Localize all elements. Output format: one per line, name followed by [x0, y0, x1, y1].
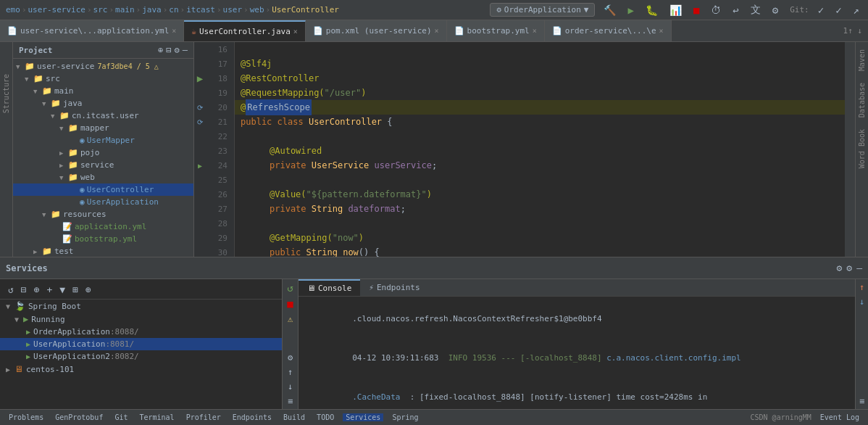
service-more-btn[interactable]: ≡ — [288, 396, 293, 406]
run-marker-24[interactable]: ▶ — [198, 162, 202, 170]
tab-bootstrap-yml[interactable]: 📄 bootstrap.yml × — [447, 20, 545, 41]
service-down-btn[interactable]: ↓ — [288, 381, 293, 392]
status-services[interactable]: Services — [343, 413, 383, 421]
tree-user-mapper[interactable]: ▶ ◉ UserMapper — [13, 134, 193, 147]
service-add-btn[interactable]: + — [44, 284, 54, 296]
tree-pojo[interactable]: ▶ 📁 pojo — [13, 147, 193, 159]
breadcrumb-java[interactable]: java — [142, 5, 162, 15]
code-area[interactable]: 16 17 ▶ 18 19 — [194, 42, 855, 257]
tree-mapper[interactable]: ▼ 📁 mapper — [13, 122, 193, 134]
git-check-icon[interactable]: ✓ — [815, 3, 827, 17]
services-config-icon[interactable]: ⚙ — [846, 263, 852, 273]
database-tab[interactable]: Database — [856, 78, 867, 122]
breadcrumb-cn[interactable]: cn — [169, 5, 178, 15]
breadcrumb-file[interactable]: UserController — [272, 5, 339, 15]
breadcrumb-user[interactable]: user — [223, 5, 243, 15]
git-commit-icon[interactable]: ✓ — [832, 3, 844, 17]
status-endpoints[interactable]: Endpoints — [230, 413, 275, 421]
tree-expand-icon[interactable]: ⊕ — [158, 45, 163, 55]
breadcrumb-user-service[interactable]: user-service — [28, 5, 85, 15]
revert-icon[interactable]: ↩ — [730, 3, 741, 17]
tree-user-application[interactable]: ▶ ◉ UserApplication — [13, 196, 193, 208]
tree-close-icon[interactable]: — — [183, 45, 188, 55]
debug-icon[interactable]: 🐛 — [643, 3, 661, 17]
service-run-btn[interactable]: ↺ — [287, 282, 293, 294]
breadcrumb-web[interactable]: web — [250, 5, 264, 15]
history-icon[interactable]: ⏱ — [708, 3, 724, 17]
breadcrumb-itcast[interactable]: itcast — [186, 5, 215, 15]
user-app2-item[interactable]: ▶ UserApplication2 :8082/ — [0, 350, 282, 363]
service-group-btn[interactable]: ⊞ — [70, 284, 80, 296]
breadcrumb-main[interactable]: main — [115, 5, 135, 15]
service-new-btn[interactable]: ⊕ — [83, 284, 93, 296]
breadcrumb-emo[interactable]: emo — [6, 5, 20, 15]
structure-label[interactable]: Structure — [1, 71, 12, 116]
console-tab-console[interactable]: 🖥 Console — [299, 279, 360, 296]
breadcrumb-src[interactable]: src — [93, 5, 108, 15]
order-app-item[interactable]: ▶ OrderApplication :8088/ — [0, 326, 282, 338]
tree-collapse-icon[interactable]: ⊟ — [166, 45, 171, 55]
tree-main[interactable]: ▼ 📁 main — [13, 85, 193, 97]
console-scroll-up[interactable]: ↑ — [859, 282, 864, 292]
status-git[interactable]: Git — [112, 413, 130, 421]
service-refresh-btn[interactable]: ↺ — [6, 284, 16, 296]
tree-app-yml[interactable]: ▶ 📝 application.yml — [13, 220, 193, 233]
scroll-track[interactable] — [845, 42, 855, 257]
maven-tab[interactable]: Maven — [856, 45, 867, 75]
console-output[interactable]: .cloud.nacos.refresh.NacosContextRefresh… — [299, 297, 855, 409]
tree-src[interactable]: ▼ 📁 src — [13, 73, 193, 85]
tab-user-controller-close[interactable]: × — [293, 28, 298, 36]
tab-order-close[interactable]: × — [659, 27, 664, 35]
tab-pom-xml[interactable]: 📄 pom.xml (user-service) × — [306, 20, 447, 41]
console-more[interactable]: ≡ — [859, 396, 864, 406]
tree-user-controller[interactable]: ▶ ◉ UserController — [13, 183, 193, 196]
status-genprotobuf[interactable]: GenProtobuf — [52, 413, 106, 421]
tree-cn-itcast[interactable]: ▼ 📁 cn.itcast.user — [13, 110, 193, 122]
run-config-selector[interactable]: ⚙ OrderApplication ▼ — [490, 3, 595, 17]
run-marker-21[interactable]: ⟳ — [197, 118, 203, 126]
tree-bootstrap-yml[interactable]: ▶ 📝 bootstrap.yml — [13, 233, 193, 245]
status-profiler[interactable]: Profiler — [183, 413, 224, 421]
tab-app-yml[interactable]: 📄 user-service\...application.yml × — [0, 20, 184, 41]
service-filter-btn[interactable]: ▼ — [57, 284, 67, 296]
build-icon[interactable]: 🔨 — [601, 3, 619, 17]
service-up-btn[interactable]: ↑ — [288, 367, 293, 377]
tab-bootstrap-close[interactable]: × — [533, 27, 537, 35]
status-problems[interactable]: Problems — [6, 413, 46, 421]
tree-test[interactable]: ▶ 📁 test — [13, 245, 193, 257]
running-group[interactable]: ▼ ▶ Running — [0, 313, 282, 326]
user-app-item[interactable]: ▶ UserApplication :8081/ — [0, 338, 282, 350]
service-stop-btn[interactable]: ■ — [287, 298, 293, 310]
service-expand-btn[interactable]: ⊕ — [32, 284, 42, 296]
tab-app-yml-close[interactable]: × — [172, 27, 176, 35]
services-settings-icon[interactable]: ⚙ — [837, 263, 843, 273]
git-push-icon[interactable]: ↗ — [851, 3, 862, 17]
status-build[interactable]: Build — [280, 413, 308, 421]
run-icon[interactable]: ▶ — [625, 3, 636, 17]
tab-user-controller[interactable]: ☕ UserController.java × — [184, 20, 306, 41]
tree-root[interactable]: ▼ 📁 user-service 7af3dbe4 / 5 △ — [13, 60, 193, 73]
tree-settings-icon[interactable]: ⚙ — [175, 45, 180, 55]
status-spring[interactable]: Spring — [389, 413, 421, 421]
services-minimize-icon[interactable]: — — [856, 263, 862, 273]
translate-icon[interactable]: 文 — [748, 2, 764, 18]
stop-icon[interactable]: ■ — [690, 3, 702, 17]
service-gear-btn[interactable]: ⚙ — [288, 352, 293, 363]
spring-boot-group[interactable]: ▼ 🍃 Spring Boot — [0, 300, 282, 313]
status-todo[interactable]: TODO — [314, 413, 337, 421]
tree-service[interactable]: ▶ 📁 service — [13, 159, 193, 171]
settings-icon[interactable]: ⚙ — [769, 3, 781, 17]
status-terminal[interactable]: Terminal — [136, 413, 177, 421]
tree-java[interactable]: ▼ 📁 java — [13, 97, 193, 110]
console-scroll-down[interactable]: ↓ — [859, 297, 864, 307]
run-marker-18[interactable]: ▶ — [197, 73, 203, 84]
coverage-icon[interactable]: 📊 — [667, 3, 685, 17]
service-collapse-btn[interactable]: ⊟ — [19, 284, 29, 296]
centos-item[interactable]: ▶ 🖥 centos-101 — [0, 363, 282, 376]
tree-web[interactable]: ▼ 📁 web — [13, 171, 193, 183]
service-warn-btn[interactable]: ⚠ — [288, 314, 293, 324]
word-book-tab[interactable]: Word Book — [856, 125, 867, 173]
status-event-log[interactable]: Event Log — [817, 413, 862, 421]
tab-order-service[interactable]: 📄 order-service\...\e × — [545, 20, 672, 41]
tree-resources[interactable]: ▼ 📁 resources — [13, 208, 193, 220]
